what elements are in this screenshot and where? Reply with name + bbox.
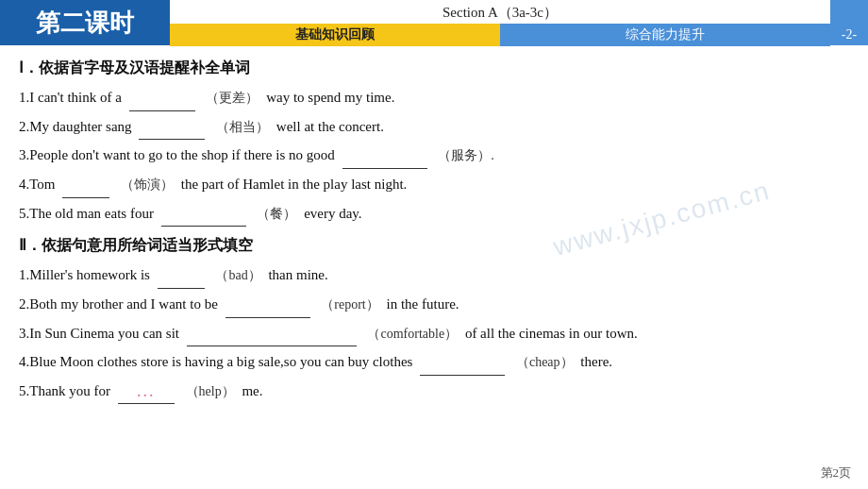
s1-question-2: 2.My daughter sang （相当） well at the conc… (19, 113, 840, 141)
s1q1-hint: （更差） (206, 91, 259, 105)
s1q1-text2: way to spend my time. (266, 90, 394, 105)
s2-question-2: 2.Both my brother and I want to be （repo… (19, 291, 840, 318)
s1q3-blank[interactable] (342, 154, 427, 169)
s2q1-text2: than mine. (268, 267, 327, 282)
s2-question-1: 1.Miller's homework is （bad） than mine. (19, 261, 840, 289)
s1q1-text1: 1.I can't think of a (19, 90, 122, 105)
page-indicator: -2- (830, 0, 868, 45)
s1q4-text2: the part of Hamlet in the play last nigh… (181, 177, 408, 192)
s1-question-4: 4.Tom （饰演） the part of Hamlet in the pla… (19, 171, 840, 198)
s1q5-hint: （餐） (257, 207, 296, 221)
s1q5-text1: 5.The old man eats four (19, 206, 154, 221)
s1q3-text1: 3.People don't want to go to the shop if… (19, 147, 335, 162)
s2q1-hint: （bad） (215, 268, 260, 282)
s2-question-5: 5.Thank you for ··· （help） me. (19, 378, 840, 405)
s2q5-text2: me. (242, 383, 262, 398)
s2q4-text1: 4.Blue Moon clothes store is having a bi… (19, 354, 412, 369)
header: 第二课时 Section A（3a-3c） 基础知识回顾 综合能力提升 -2- (0, 0, 868, 45)
s1q3-hint: （服务）. (438, 148, 494, 162)
s1q4-text1: 4.Tom (19, 177, 56, 192)
lesson-title-block: 第二课时 (0, 0, 170, 45)
s1q5-blank[interactable] (161, 211, 246, 227)
s2q1-text1: 1.Miller's homework is (19, 267, 150, 282)
s2q4-hint: （cheap） (516, 355, 574, 369)
s2q2-hint: （report） (321, 297, 378, 312)
s1q4-blank[interactable] (62, 183, 109, 198)
s1q2-text2: well at the concert. (276, 119, 384, 134)
s2q4-blank[interactable] (420, 361, 505, 376)
tab-comprehensive-ability[interactable]: 综合能力提升 (500, 24, 830, 46)
s1-question-1: 1.I can't think of a （更差） way to spend m… (19, 84, 840, 111)
s2-question-3: 3.In Sun Cinema you can sit （comfortable… (19, 320, 840, 347)
s1q2-text1: 2.My daughter sang (19, 119, 132, 134)
s1q4-hint: （饰演） (121, 177, 174, 192)
main-content: www.jxjp.com.cn Ⅰ．依据首字母及汉语提醒补全单词 1.I can… (0, 45, 868, 415)
s2q1-blank[interactable] (158, 274, 205, 289)
s2q2-text1: 2.Both my brother and I want to be (19, 296, 218, 312)
s2q2-text2: in the future. (386, 296, 459, 312)
s1q1-blank[interactable] (129, 96, 195, 111)
s1q2-hint: （相当） (216, 120, 269, 134)
s2q5-hint: （help） (186, 384, 235, 398)
section2-title: Ⅱ．依据句意用所给词适当形式填空 (19, 232, 840, 258)
s1q2-blank[interactable] (139, 125, 205, 140)
tab-bar: 基础知识回顾 综合能力提升 (170, 24, 830, 46)
s2q5-blank-dots[interactable]: ··· (118, 387, 175, 404)
lesson-title: 第二课时 (36, 7, 134, 40)
s1-question-3: 3.People don't want to go to the shop if… (19, 142, 840, 169)
s2q3-hint: （comfortable） (367, 327, 458, 341)
s2q3-text2: of all the cinemas in our town. (465, 326, 638, 341)
s2q5-text1: 5.Thank you for (19, 383, 110, 398)
s1q5-text2: every day. (304, 206, 362, 221)
s2q3-text1: 3.In Sun Cinema you can sit (19, 326, 179, 341)
s2-question-4: 4.Blue Moon clothes store is having a bi… (19, 348, 840, 376)
section1-title: Ⅰ．依据首字母及汉语提醒补全单词 (19, 55, 840, 80)
tab-basic-knowledge[interactable]: 基础知识回顾 (170, 24, 500, 46)
s2q3-blank[interactable] (187, 331, 357, 346)
s2q4-text2: there. (580, 354, 612, 369)
section-title-header: Section A（3a-3c） (442, 0, 558, 22)
s1-question-5: 5.The old man eats four （餐） every day. (19, 200, 840, 228)
header-center: Section A（3a-3c） 基础知识回顾 综合能力提升 (170, 0, 830, 45)
page-number: 第2页 (821, 464, 852, 481)
s2q2-blank[interactable] (225, 303, 310, 318)
